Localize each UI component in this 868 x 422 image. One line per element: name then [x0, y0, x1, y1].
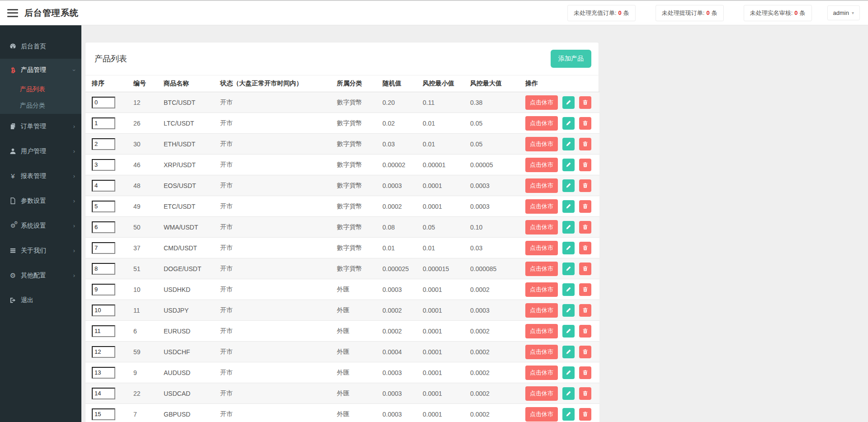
sidebar-item-system-settings[interactable]: ⚙⚙ 系统设置 › — [0, 213, 81, 238]
sidebar-item-about-us[interactable]: 关于我们 › — [0, 238, 81, 263]
product-table-body: 12 BTC/USDT 开市 數字貨幣 0.20 0.11 0.38 点击休市 … — [85, 92, 599, 422]
delete-trash-icon — [582, 99, 588, 105]
sort-input[interactable] — [92, 367, 115, 379]
close-market-button[interactable]: 点击休市 — [525, 178, 558, 193]
pending-withdraw-orders-badge[interactable]: 未处理提现订单: 0 条 — [656, 5, 724, 21]
product-id: 26 — [133, 120, 141, 127]
close-market-button[interactable]: 点击休市 — [525, 137, 558, 151]
sidebar-group-product-management: 产品管理 › 产品列表 产品分类 — [0, 59, 81, 114]
close-market-button[interactable]: 点击休市 — [525, 241, 558, 255]
sort-input[interactable] — [92, 263, 115, 275]
sidebar-item-other-config[interactable]: ⚙ 其他配置 › — [0, 263, 81, 288]
delete-button[interactable] — [579, 387, 591, 400]
delete-button[interactable] — [579, 179, 591, 192]
sort-input[interactable] — [92, 97, 115, 108]
close-market-button[interactable]: 点击休市 — [525, 366, 558, 380]
sidebar-item-product-management[interactable]: 产品管理 › — [0, 59, 81, 81]
pending-recharge-orders-badge[interactable]: 未处理充值订单: 0 条 — [567, 5, 636, 21]
pending-kyc-review-badge[interactable]: 未处理实名审核: 0 条 — [744, 5, 812, 21]
edit-button[interactable] — [562, 200, 575, 213]
sort-input[interactable] — [92, 242, 115, 254]
sort-input[interactable] — [92, 284, 115, 295]
delete-button[interactable] — [579, 242, 591, 254]
delete-button[interactable] — [579, 117, 591, 130]
edit-button[interactable] — [562, 221, 575, 234]
delete-button[interactable] — [579, 304, 591, 317]
delete-button[interactable] — [579, 221, 591, 234]
app-header: 后台管理系统 未处理充值订单: 0 条 未处理提现订单: 0 条 未处理实名审核… — [0, 0, 868, 25]
product-name: USDHKD — [164, 286, 190, 293]
edit-button[interactable] — [562, 366, 575, 379]
close-market-button[interactable]: 点击休市 — [525, 324, 558, 338]
random-value: 0.0003 — [382, 369, 402, 376]
delete-button[interactable] — [579, 346, 591, 358]
edit-button[interactable] — [562, 263, 575, 275]
sort-input[interactable] — [92, 325, 115, 337]
delete-button[interactable] — [579, 159, 591, 171]
edit-button[interactable] — [562, 408, 575, 421]
add-product-button[interactable]: 添加产品 — [551, 50, 591, 68]
sidebar-item-logout[interactable]: 退出 — [0, 288, 81, 313]
sort-input[interactable] — [92, 180, 115, 192]
delete-trash-icon — [582, 349, 588, 355]
close-market-button[interactable]: 点击休市 — [525, 407, 558, 422]
sidebar-item-product-category[interactable]: 产品分类 — [0, 98, 81, 114]
main-content: 产品列表 添加产品 排序 编号 商品名称 状态（大盘正常开市时间内） 所属分类 … — [81, 25, 868, 422]
edit-button[interactable] — [562, 179, 575, 192]
edit-button[interactable] — [562, 96, 575, 109]
sidebar-item-user-management[interactable]: 用户管理 › — [0, 139, 81, 164]
delete-trash-icon — [582, 328, 588, 334]
sort-input[interactable] — [92, 138, 115, 150]
edit-button[interactable] — [562, 304, 575, 317]
edit-button[interactable] — [562, 283, 575, 296]
sort-input[interactable] — [92, 305, 115, 316]
delete-button[interactable] — [579, 366, 591, 379]
sidebar-item-label: 退出 — [21, 296, 33, 305]
delete-button[interactable] — [579, 263, 591, 275]
sidebar-item-order-management[interactable]: 订单管理 › — [0, 114, 81, 139]
close-market-button[interactable]: 点击休市 — [525, 199, 558, 214]
user-icon — [9, 147, 17, 155]
sort-input[interactable] — [92, 346, 115, 358]
sidebar-item-parameter-settings[interactable]: 参数设置 › — [0, 188, 81, 213]
delete-button[interactable] — [579, 283, 591, 296]
delete-button[interactable] — [579, 138, 591, 150]
edit-button[interactable] — [562, 138, 575, 150]
risk-max-value: 0.05 — [470, 141, 482, 148]
sidebar-item-dashboard[interactable]: 后台首页 — [0, 34, 81, 59]
close-market-button[interactable]: 点击休市 — [525, 220, 558, 234]
close-market-button[interactable]: 点击休市 — [525, 386, 558, 401]
sort-input[interactable] — [92, 408, 115, 420]
close-market-button[interactable]: 点击休市 — [525, 262, 558, 276]
edit-button[interactable] — [562, 159, 575, 171]
user-menu[interactable]: admin ▾ — [827, 5, 860, 20]
sidebar-subitem-label: 产品列表 — [20, 85, 45, 94]
delete-button[interactable] — [579, 200, 591, 213]
close-market-button[interactable]: 点击休市 — [525, 158, 558, 172]
sort-input[interactable] — [92, 117, 115, 129]
edit-button[interactable] — [562, 387, 575, 400]
sort-input[interactable] — [92, 159, 115, 171]
sort-input[interactable] — [92, 221, 115, 233]
close-market-button[interactable]: 点击休市 — [525, 95, 558, 110]
close-market-button[interactable]: 点击休市 — [525, 282, 558, 297]
edit-button[interactable] — [562, 325, 575, 338]
hamburger-icon[interactable] — [7, 9, 18, 17]
edit-button[interactable] — [562, 242, 575, 254]
edit-button[interactable] — [562, 117, 575, 130]
sidebar-item-report-management[interactable]: ¥ 报表管理 › — [0, 164, 81, 188]
delete-button[interactable] — [579, 96, 591, 109]
stat-unit: 条 — [712, 9, 717, 17]
delete-button[interactable] — [579, 408, 591, 421]
close-market-button[interactable]: 点击休市 — [525, 345, 558, 359]
edit-button[interactable] — [562, 346, 575, 358]
close-market-button[interactable]: 点击休市 — [525, 303, 558, 318]
sort-input[interactable] — [92, 388, 115, 399]
sort-input[interactable] — [92, 201, 115, 212]
sidebar-item-product-list[interactable]: 产品列表 — [0, 81, 81, 98]
chevron-right-icon: › — [73, 123, 75, 129]
product-id: 11 — [133, 307, 140, 314]
delete-button[interactable] — [579, 325, 591, 338]
random-value: 0.02 — [382, 120, 395, 127]
close-market-button[interactable]: 点击休市 — [525, 116, 558, 131]
